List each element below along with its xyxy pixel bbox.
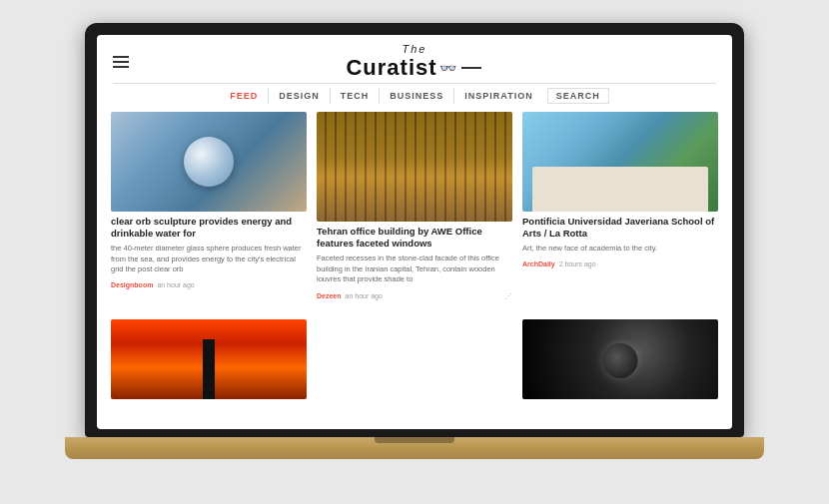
article-1-time: an hour ago (157, 281, 194, 288)
article-2-time: an hour ago (346, 292, 383, 299)
site-logo: The Curatist 👓 (346, 43, 482, 81)
article-1-meta: Designboom an hour ago (111, 281, 307, 288)
article-1-source[interactable]: Designboom (111, 281, 153, 288)
logo-curatist: Curatist 👓 (346, 55, 482, 81)
logo-name: Curatist (346, 55, 436, 81)
article-2-source[interactable]: Dezeen (317, 292, 342, 299)
article-1-title[interactable]: clear orb sculpture provides energy and … (111, 216, 307, 241)
site-header: The Curatist 👓 FEED DESIGN TECH BUSI (97, 35, 732, 104)
article-3-time: 2 hours ago (559, 260, 596, 267)
article-card-5 (522, 319, 718, 420)
article-4-image (111, 319, 307, 399)
article-card-2: Tehran office building by AWE Office fea… (317, 112, 512, 421)
nav-feed[interactable]: FEED (220, 88, 268, 104)
nav-business[interactable]: BUSINESS (379, 88, 453, 104)
article-card-4 (111, 319, 307, 420)
site-nav: FEED DESIGN TECH BUSINESS INSPIRATION SE… (113, 83, 716, 104)
nav-inspiration[interactable]: INSPIRATION (453, 88, 542, 104)
article-3-source[interactable]: ArchDaily (522, 260, 555, 267)
laptop-screen: The Curatist 👓 FEED DESIGN TECH BUSI (85, 23, 744, 437)
glasses-icon: 👓 (439, 60, 457, 76)
article-1-image (111, 112, 307, 212)
article-1-excerpt: the 40-meter diameter glass sphere produ… (111, 244, 307, 275)
article-3-image (522, 112, 718, 212)
header-top: The Curatist 👓 (113, 43, 716, 81)
article-2-title[interactable]: Tehran office building by AWE Office fea… (317, 226, 512, 251)
share-icon[interactable]: ⋰ (504, 291, 512, 300)
hamburger-icon[interactable] (113, 56, 129, 68)
article-2-excerpt: Faceted recesses in the stone-clad facad… (317, 253, 512, 285)
article-card-3: Pontificia Universidad Javeriana School … (522, 112, 718, 310)
nav-tech[interactable]: TECH (330, 88, 380, 104)
article-5-image (522, 319, 718, 399)
article-3-excerpt: Art, the new face of academia to the cit… (522, 244, 718, 254)
nav-design[interactable]: DESIGN (268, 88, 330, 104)
content-grid: clear orb sculpture provides energy and … (97, 104, 732, 429)
logo-the: The (346, 43, 482, 55)
article-3-title[interactable]: Pontificia Universidad Javeriana School … (522, 216, 718, 241)
nav-search[interactable]: SEARCH (547, 88, 609, 104)
article-2-meta: Dezeen an hour ago ⋰ (317, 291, 512, 300)
laptop-base (65, 437, 764, 459)
article-2-image (317, 112, 512, 222)
laptop-wrapper: The Curatist 👓 FEED DESIGN TECH BUSI (65, 23, 764, 482)
website: The Curatist 👓 FEED DESIGN TECH BUSI (97, 35, 732, 429)
article-card-1: clear orb sculpture provides energy and … (111, 112, 307, 310)
screen-inner: The Curatist 👓 FEED DESIGN TECH BUSI (97, 35, 732, 429)
article-3-meta: ArchDaily 2 hours ago (522, 260, 718, 267)
